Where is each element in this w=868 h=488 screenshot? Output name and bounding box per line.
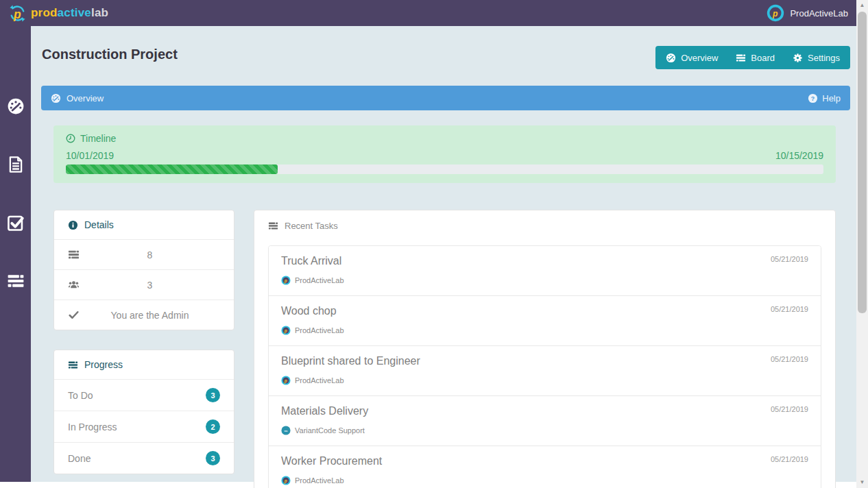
brand-part-active: active	[58, 6, 91, 19]
vertical-scrollbar[interactable]: ▲ ▼	[856, 0, 868, 488]
question-circle-icon: ?	[808, 93, 818, 103]
prodactivelab-avatar-icon: p	[281, 476, 291, 485]
help-button[interactable]: ? Help	[808, 93, 841, 103]
assignee-name: ProdActiveLab	[295, 326, 344, 334]
scrollbar-thumb[interactable]	[858, 12, 867, 313]
main-content: Construction Project Overview Board Sett…	[31, 26, 856, 482]
overview-bar-label: Overview	[67, 93, 104, 103]
task-row[interactable]: Wood chop p ProdActiveLab 05/21/2019	[269, 296, 821, 346]
progress-row-label: In Progress	[68, 422, 117, 432]
details-rows: 8 3 You are the Admin	[54, 240, 234, 330]
sidebar-item-dashboard[interactable]	[7, 97, 25, 115]
timeline-progress-fill	[66, 164, 278, 174]
progress-title: Progress	[84, 359, 123, 370]
details-title: Details	[84, 219, 114, 230]
recent-tasks-panel: Recent Tasks Truck Arrival p ProdActiveL…	[254, 210, 836, 488]
stream-icon	[68, 249, 80, 260]
task-assignee: vc VariantCode Support	[281, 426, 808, 435]
details-value: You are the Admin	[80, 310, 220, 321]
task-title: Materials Delivery	[281, 405, 808, 417]
nav-button-label: Board	[751, 53, 775, 63]
task-row[interactable]: Materials Delivery vc VariantCode Suppor…	[269, 396, 821, 446]
sidebar-item-tasks[interactable]	[7, 214, 25, 232]
brand-part-lab: lab	[91, 6, 108, 19]
task-row[interactable]: Truck Arrival p ProdActiveLab 05/21/2019	[269, 246, 821, 296]
task-date: 05/21/2019	[771, 355, 808, 363]
progress-row-in-progress[interactable]: In Progress 2	[54, 411, 234, 443]
task-title: Wood chop	[281, 305, 808, 317]
brand-wordmark: prodactivelab	[31, 6, 108, 20]
svg-text:p: p	[284, 278, 287, 284]
recent-tasks-title: Recent Tasks	[285, 221, 338, 231]
stream-icon	[736, 53, 746, 63]
variantcode-avatar-icon: vc	[281, 426, 291, 435]
overview-bar-title: Overview	[51, 93, 104, 103]
nav-button-label: Overview	[681, 53, 718, 63]
progress-row-label: To Do	[68, 390, 93, 401]
gear-icon	[793, 53, 803, 63]
details-row: 8	[54, 240, 234, 270]
assignee-name: VariantCode Support	[295, 426, 365, 435]
svg-text:p: p	[772, 9, 778, 19]
overview-bar: Overview ? Help	[41, 86, 850, 110]
nav-settings-button[interactable]: Settings	[784, 46, 849, 69]
task-assignee: p ProdActiveLab	[281, 376, 808, 385]
progress-row-done[interactable]: Done 3	[54, 443, 234, 474]
assignee-name: ProdActiveLab	[295, 376, 344, 385]
help-label: Help	[822, 93, 841, 103]
details-value: 3	[80, 280, 220, 291]
task-list: Truck Arrival p ProdActiveLab 05/21/2019…	[268, 245, 821, 488]
user-avatar-icon: p	[767, 4, 784, 22]
assignee-name: ProdActiveLab	[295, 476, 344, 485]
count-badge: 3	[206, 388, 220, 402]
task-title: Blueprint shared to Engineer	[281, 355, 808, 367]
prodactivelab-avatar-icon: p	[281, 326, 291, 335]
task-date: 05/21/2019	[771, 455, 808, 463]
topbar: p prodactivelab p ProdActiveLab	[0, 0, 856, 26]
tasks-icon	[268, 221, 278, 231]
progress-row-to-do[interactable]: To Do 3	[54, 380, 234, 411]
progress-row-label: Done	[68, 453, 91, 464]
svg-text:p: p	[284, 328, 287, 334]
task-assignee: p ProdActiveLab	[281, 326, 808, 335]
count-badge: 3	[206, 451, 220, 465]
progress-card-header: Progress	[54, 350, 234, 380]
svg-text:vc: vc	[285, 429, 288, 432]
project-nav: Overview Board Settings	[655, 46, 850, 69]
sidebar-item-documents[interactable]	[7, 156, 25, 173]
recent-tasks-header: Recent Tasks	[268, 221, 821, 231]
task-row[interactable]: Blueprint shared to Engineer p ProdActiv…	[269, 346, 821, 396]
svg-text:p: p	[284, 478, 287, 484]
nav-board-button[interactable]: Board	[727, 46, 784, 69]
svg-text:p: p	[13, 7, 21, 21]
scroll-up-arrow-icon[interactable]: ▲	[856, 1, 868, 10]
details-value: 8	[80, 249, 220, 260]
timeline-label: Timeline	[80, 133, 116, 144]
dashboard-icon	[666, 53, 676, 63]
brand-part-prod: prod	[31, 6, 58, 19]
scroll-down-arrow-icon[interactable]: ▼	[856, 478, 868, 487]
timeline-header: Timeline	[66, 133, 823, 144]
assignee-name: ProdActiveLab	[295, 276, 344, 284]
user-menu[interactable]: p ProdActiveLab	[767, 4, 848, 22]
count-badge: 2	[206, 419, 220, 434]
task-row[interactable]: Worker Procurement p ProdActiveLab 05/21…	[269, 446, 821, 488]
prodactivelab-avatar-icon: p	[281, 276, 291, 285]
details-row: You are the Admin	[54, 300, 234, 330]
task-date: 05/21/2019	[771, 305, 808, 313]
brand-logo[interactable]: p prodactivelab	[8, 4, 108, 23]
timeline-end-date: 10/15/2019	[775, 150, 823, 161]
task-title: Worker Procurement	[281, 455, 808, 467]
timeline-panel: Timeline 10/01/2019 10/15/2019	[53, 125, 836, 183]
svg-text:?: ?	[811, 95, 815, 101]
task-title: Truck Arrival	[281, 255, 808, 267]
timeline-dates: 10/01/2019 10/15/2019	[66, 150, 823, 161]
task-assignee: p ProdActiveLab	[281, 276, 808, 285]
nav-overview-button[interactable]: Overview	[657, 46, 727, 69]
timeline-progress-track	[66, 164, 823, 174]
sidebar-item-board[interactable]	[7, 272, 25, 290]
task-assignee: p ProdActiveLab	[281, 476, 808, 485]
progress-rows: To Do 3 In Progress 2 Done 3	[54, 380, 234, 474]
prodactivelab-avatar-icon: p	[281, 376, 291, 385]
prodactivelab-logo-icon: p	[8, 4, 27, 23]
